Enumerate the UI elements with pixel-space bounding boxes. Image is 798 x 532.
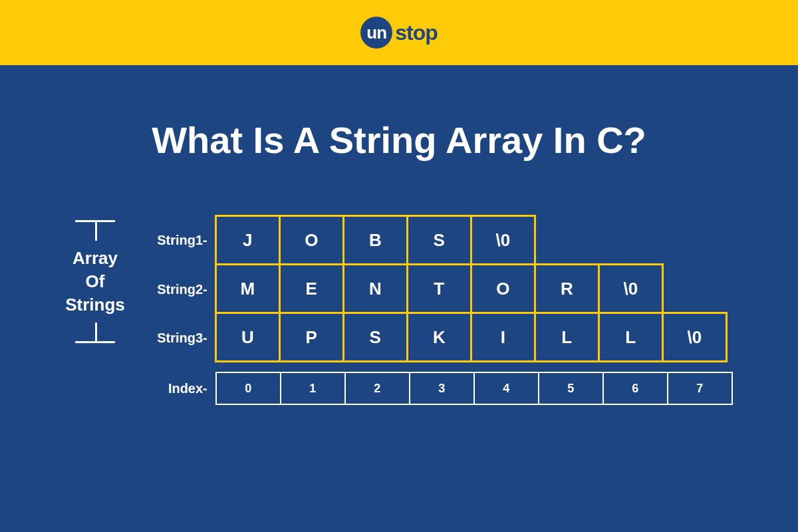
char-cell: M	[215, 263, 281, 314]
index-cell: 5	[538, 372, 604, 405]
string-row-2: String2- M E N T O R \0	[137, 265, 733, 314]
char-cell: U	[215, 312, 281, 362]
char-cell: O	[279, 215, 344, 265]
index-cell: 0	[215, 372, 281, 405]
index-cell: 2	[344, 372, 410, 405]
index-cell: 7	[667, 372, 733, 405]
row-label-3: String3-	[137, 331, 217, 346]
string-row-1: String1- J O B S \0	[137, 215, 733, 265]
array-bracket-label: Array Of Strings	[65, 220, 125, 343]
char-cell: E	[279, 263, 344, 314]
char-cell: J	[215, 215, 281, 265]
char-cell: S	[406, 215, 472, 265]
page-title: What Is A String Array In C?	[0, 118, 798, 162]
char-cell: N	[342, 263, 408, 314]
char-cell: L	[534, 312, 600, 362]
char-cell: P	[279, 312, 344, 362]
index-cell: 6	[602, 372, 668, 405]
char-cell: S	[342, 312, 408, 362]
index-cell: 3	[409, 372, 475, 405]
bracket-word-3: Strings	[65, 293, 125, 317]
char-cell: K	[406, 312, 472, 362]
index-label: Index-	[137, 381, 217, 396]
row-label-2: String2-	[137, 282, 217, 297]
string-row-3: String3- U P S K I L L \0	[137, 314, 733, 362]
bracket-word-1: Array	[65, 247, 125, 270]
logo: un stop	[360, 17, 438, 49]
bracket-top-icon	[75, 220, 115, 239]
header-bar: un stop	[0, 0, 798, 65]
index-row: Index- 0 1 2 3 4 5 6 7	[137, 372, 733, 405]
char-cell: \0	[598, 263, 664, 314]
string-array-diagram: Array Of Strings String1- J O B S \0 Str…	[0, 215, 798, 405]
char-cell: T	[406, 263, 472, 314]
logo-circle: un	[360, 17, 392, 49]
char-cell: L	[598, 312, 664, 362]
char-cell: R	[534, 263, 600, 314]
char-cell: I	[470, 312, 536, 362]
bracket-bottom-icon	[75, 325, 115, 343]
char-cell: B	[342, 215, 408, 265]
index-cell: 4	[473, 372, 539, 405]
char-cell: O	[470, 263, 536, 314]
bracket-word-2: Of	[65, 270, 125, 293]
char-cell: \0	[470, 215, 536, 265]
char-cell: \0	[662, 312, 728, 362]
index-cell: 1	[280, 372, 346, 405]
logo-text: stop	[395, 21, 438, 45]
rows-column: String1- J O B S \0 String2- M E N T O R…	[137, 215, 733, 405]
row-label-1: String1-	[137, 233, 217, 248]
